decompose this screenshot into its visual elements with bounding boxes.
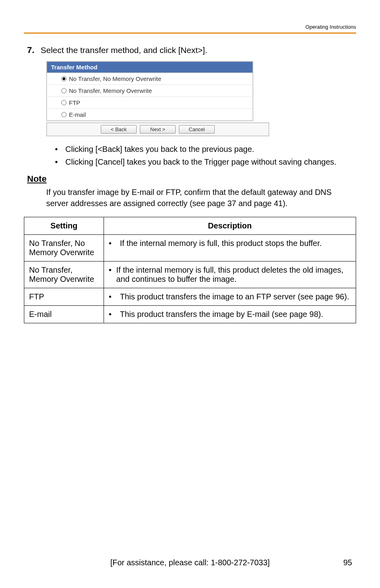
transfer-method-panel: Transfer Method No Transfer, No Memory O…: [46, 61, 253, 121]
radio-option-email[interactable]: E-mail: [47, 109, 253, 120]
list-item: • Clicking [<Back] takes you back to the…: [55, 144, 356, 155]
next-button[interactable]: Next >: [140, 125, 176, 134]
cell-description: • If the internal memory is full, this p…: [104, 262, 356, 288]
cell-description: • This product transfers the image by E-…: [104, 306, 356, 323]
cell-setting: No Transfer, No Memory Overwrite: [24, 235, 104, 262]
radio-option-ftp[interactable]: FTP: [47, 97, 253, 109]
bullet-text: Clicking [<Back] takes you back to the p…: [65, 144, 254, 155]
header-section: Operating Instructions: [24, 24, 356, 32]
bullet-icon: •: [109, 310, 120, 319]
cell-desc-text: This product transfers the image to an F…: [120, 292, 349, 301]
radio-option-no-transfer-overwrite[interactable]: No Transfer, Memory Overwrite: [47, 85, 253, 97]
table-row: FTP • This product transfers the image t…: [24, 288, 356, 306]
bullet-icon: •: [55, 156, 65, 167]
footer-assist: [For assistance, please call: 1-800-272-…: [52, 558, 328, 567]
cell-setting: No Transfer, Memory Overwrite: [24, 262, 104, 288]
back-button[interactable]: < Back: [101, 125, 137, 134]
radio-option-no-transfer-no-overwrite[interactable]: No Transfer, No Memory Overwrite: [47, 73, 253, 85]
cell-setting: FTP: [24, 288, 104, 306]
cell-desc-text: If the internal memory is full, this pro…: [116, 265, 351, 284]
header-rule: [24, 32, 356, 34]
footer-page-number: 95: [328, 558, 352, 567]
settings-table: Setting Description No Transfer, No Memo…: [24, 217, 356, 323]
transfer-method-title: Transfer Method: [47, 62, 253, 73]
cell-setting: E-mail: [24, 306, 104, 323]
radio-icon: [61, 76, 67, 81]
radio-icon: [61, 112, 67, 117]
radio-label: No Transfer, Memory Overwrite: [69, 87, 152, 94]
note-body: If you transfer image by E-mail or FTP, …: [24, 187, 356, 209]
bullet-icon: •: [55, 144, 65, 155]
step-line: 7. Select the transfer method, and click…: [24, 45, 356, 55]
bullet-icon: •: [109, 265, 116, 284]
table-row: E-mail • This product transfers the imag…: [24, 306, 356, 323]
radio-label: FTP: [69, 99, 80, 106]
step-text: Select the transfer method, and click [N…: [41, 45, 207, 55]
table-header-description: Description: [104, 217, 356, 235]
cancel-button[interactable]: Cancel: [179, 125, 215, 134]
table-row: No Transfer, Memory Overwrite • If the i…: [24, 262, 356, 288]
page-footer: [For assistance, please call: 1-800-272-…: [0, 558, 380, 567]
table-row: No Transfer, No Memory Overwrite • If th…: [24, 235, 356, 262]
cell-desc-text: This product transfers the image by E-ma…: [120, 310, 323, 319]
radio-label: E-mail: [69, 111, 86, 118]
radio-label: No Transfer, No Memory Overwrite: [69, 75, 161, 82]
radio-icon: [61, 88, 67, 93]
note-heading: Note: [24, 174, 356, 184]
bullet-icon: •: [109, 239, 120, 248]
info-bullets: • Clicking [<Back] takes you back to the…: [55, 144, 356, 167]
wizard-button-bar: < Back Next > Cancel: [46, 122, 269, 136]
bullet-icon: •: [109, 292, 120, 301]
table-header-setting: Setting: [24, 217, 104, 235]
cell-description: • This product transfers the image to an…: [104, 288, 356, 306]
cell-desc-text: If the internal memory is full, this pro…: [120, 239, 322, 248]
radio-icon: [61, 100, 67, 105]
list-item: • Clicking [Cancel] takes you back to th…: [55, 156, 356, 167]
bullet-text: Clicking [Cancel] takes you back to the …: [65, 156, 336, 167]
cell-description: • If the internal memory is full, this p…: [104, 235, 356, 262]
step-number: 7.: [27, 45, 41, 55]
